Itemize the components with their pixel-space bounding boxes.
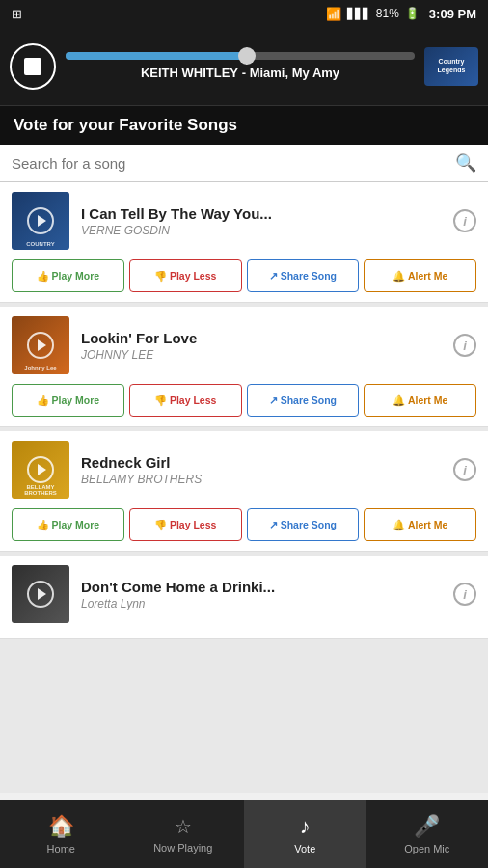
battery-icon: 🔋 xyxy=(405,7,420,20)
album-art-1: COUNTRY xyxy=(12,192,69,250)
nav-vote-label: Vote xyxy=(294,843,315,854)
nav-open-mic-label: Open Mic xyxy=(404,843,449,854)
song-text-3: Redneck Girl BELLAMY BROTHERS xyxy=(81,454,442,486)
share-btn-3[interactable]: ↗ Share Song xyxy=(247,508,360,541)
song-title-3: Redneck Girl xyxy=(81,454,442,471)
song-artist-1: VERNE GOSDIN xyxy=(81,224,442,237)
page-title: Vote for your Favorite Songs xyxy=(14,116,474,135)
nav-now-playing-label: Now Playing xyxy=(153,842,212,854)
player-info: KEITH WHITLEY - Miami, My Amy xyxy=(66,52,415,80)
nav-open-mic[interactable]: 🎤 Open Mic xyxy=(366,800,489,868)
nav-home-label: Home xyxy=(47,843,75,854)
bottom-nav: 🏠 Home ☆ Now Playing ♪ Vote 🎤 Open Mic xyxy=(0,800,488,868)
screen-icon: ⊞ xyxy=(12,7,22,21)
song-item-3: BELLAMY BROTHERS Redneck Girl BELLAMY BR… xyxy=(0,431,488,552)
action-buttons-3: 👍 Play More 👎 Play Less ↗ Share Song 🔔 A… xyxy=(12,508,476,541)
song-item-1: COUNTRY I Can Tell By The Way You... VER… xyxy=(0,182,488,303)
info-button-3[interactable]: i xyxy=(453,458,476,481)
share-btn-1[interactable]: ↗ Share Song xyxy=(247,259,360,292)
alert-btn-1[interactable]: 🔔 Alert Me xyxy=(364,259,476,292)
song-header-2: Johnny Lee Lookin' For Love JOHNNY LEE i xyxy=(12,316,476,374)
search-bar: 🔍 xyxy=(0,145,488,182)
share-icon-3: ↗ xyxy=(269,519,278,530)
player-song: Miami, My Amy xyxy=(250,66,339,80)
nav-vote[interactable]: ♪ Vote xyxy=(244,800,366,868)
thumbs-down-icon-1: 👎 xyxy=(154,270,167,283)
play-less-btn-2[interactable]: 👎 Play Less xyxy=(129,384,242,417)
song-text-1: I Can Tell By The Way You... VERNE GOSDI… xyxy=(81,205,442,237)
action-buttons-2: 👍 Play More 👎 Play Less ↗ Share Song 🔔 A… xyxy=(12,384,476,417)
progress-bar[interactable] xyxy=(66,52,415,60)
song-title-1: I Can Tell By The Way You... xyxy=(81,205,442,222)
nav-now-playing[interactable]: ☆ Now Playing xyxy=(122,800,245,868)
info-button-4[interactable]: i xyxy=(453,583,476,606)
page-header: Vote for your Favorite Songs xyxy=(0,106,488,145)
music-icon: ♪ xyxy=(300,814,311,839)
play-more-btn-3[interactable]: 👍 Play More xyxy=(12,508,124,541)
song-header-1: COUNTRY I Can Tell By The Way You... VER… xyxy=(12,192,476,250)
thumbs-up-icon-3: 👍 xyxy=(37,519,49,531)
mic-icon: 🎤 xyxy=(414,814,440,839)
status-bar: ⊞ 📶 ▋▋▋ 81% 🔋 3:09 PM xyxy=(0,0,488,27)
album-art-3: BELLAMY BROTHERS xyxy=(12,441,69,499)
bell-icon-2: 🔔 xyxy=(393,394,405,407)
share-icon-2: ↗ xyxy=(269,394,278,406)
station-logo: Country Legends xyxy=(424,47,478,86)
song-title-4: Don't Come Home a Drinki... xyxy=(81,579,442,595)
album-art-4 xyxy=(12,565,69,623)
nav-home[interactable]: 🏠 Home xyxy=(0,800,122,868)
player-song-info: KEITH WHITLEY - Miami, My Amy xyxy=(66,66,415,80)
station-label: Country Legends xyxy=(424,58,478,74)
thumbs-down-icon-3: 👎 xyxy=(154,519,167,531)
stop-button[interactable] xyxy=(10,43,56,90)
song-header-4: Don't Come Home a Drinki... Loretta Lynn… xyxy=(12,565,476,623)
thumbs-up-icon-1: 👍 xyxy=(37,270,49,283)
album-art-2: Johnny Lee xyxy=(12,316,69,374)
song-text-4: Don't Come Home a Drinki... Loretta Lynn xyxy=(81,579,442,610)
song-artist-2: JOHNNY LEE xyxy=(81,348,442,362)
home-icon: 🏠 xyxy=(48,814,74,839)
info-button-1[interactable]: i xyxy=(453,209,476,232)
share-icon-1: ↗ xyxy=(269,270,278,282)
song-list: COUNTRY I Can Tell By The Way You... VER… xyxy=(0,182,488,793)
search-icon[interactable]: 🔍 xyxy=(455,152,476,174)
player-artist: KEITH WHITLEY xyxy=(141,66,238,80)
play-more-btn-2[interactable]: 👍 Play More xyxy=(12,384,124,417)
progress-fill xyxy=(66,52,247,60)
song-artist-3: BELLAMY BROTHERS xyxy=(81,473,442,486)
wifi-icon: 📶 xyxy=(326,7,341,21)
share-btn-2[interactable]: ↗ Share Song xyxy=(247,384,360,417)
song-text-2: Lookin' For Love JOHNNY LEE xyxy=(81,330,442,362)
thumbs-up-icon-2: 👍 xyxy=(37,394,49,407)
alert-btn-2[interactable]: 🔔 Alert Me xyxy=(364,384,476,417)
song-title-2: Lookin' For Love xyxy=(81,330,442,346)
bell-icon-1: 🔔 xyxy=(393,270,405,283)
action-buttons-1: 👍 Play More 👎 Play Less ↗ Share Song 🔔 A… xyxy=(12,259,476,292)
song-header-3: BELLAMY BROTHERS Redneck Girl BELLAMY BR… xyxy=(12,441,476,499)
star-icon: ☆ xyxy=(175,815,192,838)
status-time: 3:09 PM xyxy=(429,7,476,21)
play-less-btn-3[interactable]: 👎 Play Less xyxy=(129,508,242,541)
alert-btn-3[interactable]: 🔔 Alert Me xyxy=(364,508,476,541)
song-artist-4: Loretta Lynn xyxy=(81,597,442,610)
play-more-btn-1[interactable]: 👍 Play More xyxy=(12,259,124,292)
progress-thumb[interactable] xyxy=(238,47,256,65)
search-input[interactable] xyxy=(12,155,455,172)
stop-icon xyxy=(24,58,41,75)
battery-percentage: 81% xyxy=(376,7,399,20)
song-item-2: Johnny Lee Lookin' For Love JOHNNY LEE i… xyxy=(0,307,488,427)
bell-icon-3: 🔔 xyxy=(393,519,405,531)
info-button-2[interactable]: i xyxy=(453,334,476,357)
signal-icon: ▋▋▋ xyxy=(347,8,370,20)
song-item-4: Don't Come Home a Drinki... Loretta Lynn… xyxy=(0,556,488,639)
thumbs-down-icon-2: 👎 xyxy=(154,394,167,407)
play-less-btn-1[interactable]: 👎 Play Less xyxy=(129,259,242,292)
player-bar: KEITH WHITLEY - Miami, My Amy Country Le… xyxy=(0,27,488,106)
